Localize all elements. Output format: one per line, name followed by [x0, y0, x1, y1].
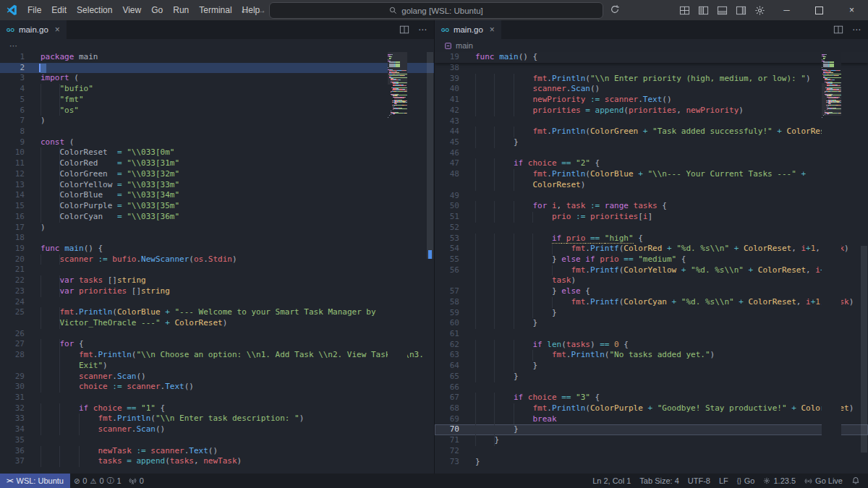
cursor-position[interactable]: Ln 2, Col 1 — [589, 474, 634, 488]
code-line[interactable]: 57 } else { — [435, 286, 868, 297]
close-tab-icon[interactable]: × — [490, 25, 495, 35]
code-line[interactable]: 35 — [0, 435, 434, 446]
menu-item-run[interactable]: Run — [168, 5, 194, 15]
code-line[interactable]: 54 fmt.Printf(ColorRed + "%d. %s\\n" + C… — [435, 244, 868, 254]
code-line[interactable]: 59 } — [435, 308, 868, 319]
code-line[interactable]: 12 ColorGreen = "\\033[32m" — [0, 169, 434, 180]
problems-indicator[interactable]: ⊘ 0 ⚠ 0 ⓘ 1 — [70, 474, 125, 488]
close-window-button[interactable]: × — [835, 0, 868, 20]
code-line[interactable]: 18 — [0, 233, 434, 244]
code-line[interactable]: 70 } — [435, 424, 868, 435]
menu-item-file[interactable]: File — [22, 5, 46, 15]
code-line[interactable]: 9const ( — [0, 137, 434, 148]
code-line[interactable]: 4 "bufio" — [0, 84, 434, 95]
code-line[interactable]: 29 scanner.Scan() — [0, 372, 434, 382]
code-line[interactable]: 15 ColorPurple = "\\033[35m" — [0, 201, 434, 212]
code-line[interactable]: 10 ColorReset = "\\033[0m" — [0, 147, 434, 158]
code-line[interactable]: 14 ColorBlue = "\\033[34m" — [0, 190, 434, 201]
code-line[interactable]: 38 — [435, 63, 868, 74]
code-line[interactable]: 21 — [0, 265, 434, 275]
customize-layout-icon[interactable] — [679, 5, 690, 16]
sync-icon[interactable] — [610, 4, 620, 14]
code-line[interactable]: 8 — [0, 127, 434, 137]
minimap-right[interactable] — [822, 52, 841, 474]
code-line[interactable]: 69 break — [435, 414, 868, 425]
code-line[interactable]: 1package main — [0, 52, 434, 63]
command-center-search[interactable]: golang [WSL: Ubuntu] — [269, 2, 603, 19]
code-line[interactable]: 61 — [435, 329, 868, 340]
code-line[interactable]: 62 if len(tasks) == 0 { — [435, 340, 868, 351]
code-line[interactable]: 24 — [0, 297, 434, 308]
code-line[interactable]: 6 "os" — [0, 106, 434, 116]
code-line[interactable]: 39 fmt.Println("\\n Enter priority (high… — [435, 74, 868, 85]
more-actions-icon[interactable]: ⋯ — [852, 25, 861, 35]
code-line[interactable]: 40 scanner.Scan() — [435, 84, 868, 95]
code-line[interactable]: 63 fmt.Println("No tasks added yet.") — [435, 350, 868, 361]
code-line[interactable]: 52 — [435, 223, 868, 234]
code-line[interactable]: 3import ( — [0, 73, 434, 84]
code-line[interactable]: 2 — [0, 63, 434, 74]
code-line[interactable]: 26 — [0, 329, 434, 340]
menu-item-selection[interactable]: Selection — [72, 5, 117, 15]
scrollbar-left[interactable] — [426, 52, 434, 474]
code-line[interactable]: 7) — [0, 116, 434, 127]
code-line[interactable]: 41 newPriority := scanner.Text() — [435, 95, 868, 106]
code-line[interactable]: 49 — [435, 191, 868, 202]
menu-item-go[interactable]: Go — [146, 5, 168, 15]
code-line[interactable]: 30 choice := scanner.Text() — [0, 382, 434, 393]
go-version-indicator[interactable]: 1.23.5 — [760, 474, 799, 488]
encoding-indicator[interactable]: UTF-8 — [684, 474, 714, 488]
code-line[interactable]: 46 — [435, 148, 868, 159]
code-line[interactable]: 44 fmt.Println(ColorGreen + "Task added … — [435, 127, 868, 137]
menu-item-terminal[interactable]: Terminal — [194, 5, 237, 15]
code-line[interactable]: 65 } — [435, 372, 868, 382]
code-line[interactable]: 72 — [435, 446, 868, 457]
nav-back-icon[interactable]: ← — [240, 5, 249, 15]
close-tab-icon[interactable]: × — [55, 25, 60, 35]
code-line[interactable]: 11 ColorRed = "\\033[31m" — [0, 158, 434, 169]
code-line[interactable]: Victor_TheOracle ---" + ColorReset) — [0, 318, 434, 329]
code-line[interactable]: 20 scanner := bufio.NewScanner(os.Stdin) — [0, 254, 434, 265]
code-line[interactable]: 37 tasks = append(tasks, newTask) — [0, 456, 434, 467]
more-actions-icon[interactable]: ⋯ — [418, 25, 427, 35]
code-line[interactable]: 13 ColorYellow = "\\033[33m" — [0, 180, 434, 191]
code-line[interactable]: 22 var tasks []string — [0, 275, 434, 286]
menu-item-edit[interactable]: Edit — [46, 5, 72, 15]
code-line[interactable]: 45 } — [435, 137, 868, 148]
breadcrumb-right[interactable]: main — [435, 39, 868, 52]
code-line[interactable]: 58 fmt.Printf(ColorCyan + "%d. %s\\n" + … — [435, 297, 868, 308]
code-line[interactable]: 33 fmt.Println("\\n Enter task descripti… — [0, 414, 434, 424]
code-line[interactable]: 47 if choice == "2" { — [435, 158, 868, 169]
breadcrumb-left[interactable]: ⋯ — [0, 39, 434, 52]
code-line[interactable]: 73} — [435, 457, 868, 468]
code-line[interactable]: ColorReset) — [435, 180, 868, 191]
code-line[interactable]: 36 newTask := scanner.Text() — [0, 446, 434, 457]
code-line[interactable]: 27 for { — [0, 339, 434, 350]
split-editor-icon[interactable] — [833, 25, 843, 35]
code-line[interactable]: task) — [435, 275, 868, 286]
go-live-button[interactable]: Go Live — [801, 474, 846, 488]
code-line[interactable]: 42 priorities = append(priorities, newPr… — [435, 106, 868, 116]
code-line[interactable]: 51 prio := priorities[i] — [435, 212, 868, 223]
eol-indicator[interactable]: LF — [715, 474, 732, 488]
code-line[interactable]: 71 } — [435, 435, 868, 446]
minimize-button[interactable]: ─ — [770, 0, 803, 20]
code-line[interactable]: 48 fmt.Println(ColorBlue + "\\n--- Your … — [435, 169, 868, 180]
code-line[interactable]: 68 fmt.Println(ColorPurple + "Goodbye! S… — [435, 403, 868, 414]
editor-right[interactable]: 19func main() { 3839 fmt.Println("\\n En… — [435, 52, 868, 474]
toggle-secondary-sidebar-icon[interactable] — [736, 5, 746, 16]
code-line[interactable]: 55 } else if prio == "medium" { — [435, 254, 868, 265]
code-line[interactable]: 66 — [435, 382, 868, 393]
code-line[interactable]: 17) — [0, 223, 434, 234]
maximize-button[interactable] — [803, 0, 835, 20]
menu-item-view[interactable]: View — [117, 5, 146, 15]
code-line[interactable]: 67 if choice == "3" { — [435, 393, 868, 403]
code-line[interactable]: 19func main() { — [435, 52, 868, 63]
tab-main-go-left[interactable]: GO main.go × — [0, 20, 67, 39]
code-line[interactable]: 56 fmt.Printf(ColorYellow + "%d. %s\\n" … — [435, 265, 868, 276]
code-line[interactable]: 50 for i, task := range tasks { — [435, 201, 868, 212]
sticky-scroll[interactable]: 19func main() { — [435, 52, 868, 63]
code-line[interactable]: Exit") — [0, 361, 434, 372]
editor-left[interactable]: 1package main23import (4 "bufio"5 "fmt"6… — [0, 52, 434, 474]
language-mode[interactable]: {} Go — [733, 474, 759, 488]
